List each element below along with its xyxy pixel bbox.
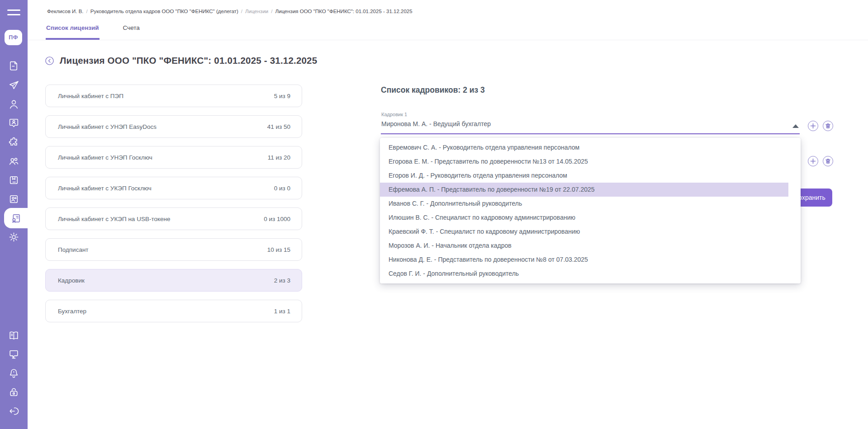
license-count: 41 из 50	[267, 123, 290, 130]
breadcrumb-item: /	[241, 9, 242, 14]
license-label: Личный кабинет с УНЭП Госключ	[58, 154, 152, 161]
send-icon[interactable]	[8, 80, 19, 91]
chevron-up-icon[interactable]	[792, 124, 799, 128]
license-count: 0 из 0	[274, 185, 290, 192]
delete-kadrovik-button[interactable]	[823, 121, 833, 131]
license-card[interactable]: Кадровик 2 из 3	[45, 269, 302, 292]
add-kadrovik-button[interactable]	[808, 121, 818, 131]
profile-icon[interactable]	[8, 99, 19, 110]
license-count: 5 из 9	[274, 93, 290, 99]
kadroviks-header: Список кадровиков: 2 из 3	[381, 85, 485, 95]
license-count: 10 из 15	[267, 246, 290, 253]
notifications-icon[interactable]	[8, 368, 19, 379]
license-label: Личный кабинет с УКЭП Госключ	[58, 185, 152, 192]
dropdown-option[interactable]: Евремович С. А. - Руководитель отдела уп…	[380, 141, 788, 155]
breadcrumb-item[interactable]: Лицензия ООО "ПКО "ФЕНИКС": 01.01.2025 -…	[275, 9, 412, 14]
tab[interactable]: Счета	[123, 21, 140, 40]
breadcrumb-item: /	[271, 9, 272, 14]
dropdown-option[interactable]: Иванов С. Г. - Дополнительный руководите…	[380, 197, 788, 211]
integrations-icon[interactable]	[8, 137, 19, 148]
license-card[interactable]: Личный кабинет с ПЭП 5 из 9	[45, 85, 302, 107]
license-label: Личный кабинет с УКЭП на USB-токене	[58, 216, 170, 222]
tab[interactable]: Список лицензий	[46, 21, 100, 40]
tabbar-divider	[28, 40, 868, 40]
documents-icon[interactable]	[8, 60, 19, 71]
license-label: Личный кабинет с УНЭП EasyDocs	[58, 123, 157, 130]
license-list: Личный кабинет с ПЭП 5 из 9 Личный кабин…	[45, 85, 302, 330]
breadcrumb-item: /	[86, 9, 88, 14]
page-title: Лицензия ООО "ПКО "ФЕНИКС": 01.01.2025 -…	[60, 55, 317, 66]
app-logo[interactable]: ПФ	[5, 30, 22, 45]
license-card[interactable]: Личный кабинет с УКЭП Госключ 0 из 0	[45, 177, 302, 199]
security-icon[interactable]	[8, 387, 19, 398]
license-label: Подписант	[58, 246, 89, 253]
sidebar: ПФ	[0, 0, 28, 429]
license-card[interactable]: Личный кабинет с УНЭП EasyDocs 41 из 50	[45, 115, 302, 138]
menu-icon[interactable]	[7, 9, 20, 15]
dropdown-option[interactable]: Егорова Е. М. - Представитель по доверен…	[380, 155, 788, 169]
dropdown-option[interactable]: Никонова Д. Е. - Представитель по довере…	[380, 253, 788, 267]
add-user-icon[interactable]	[8, 193, 19, 205]
kadrovik-dropdown: Евремович С. А. - Руководитель отдела уп…	[380, 138, 801, 283]
dropdown-option[interactable]: Ефремова А. П. - Представитель по довере…	[380, 183, 788, 197]
dropdown-option[interactable]: Морозов А. И. - Начальник отдела кадров	[380, 239, 788, 253]
select-underline	[381, 133, 800, 134]
support-icon[interactable]	[8, 349, 19, 360]
breadcrumb-item[interactable]: Руководитель отдела кадров ООО "ПКО "ФЕН…	[90, 9, 238, 14]
license-label: Личный кабинет с ПЭП	[58, 93, 123, 99]
license-label: Кадровик	[58, 277, 85, 284]
license-count: 2 из 3	[274, 277, 290, 284]
knowledge-base-icon[interactable]	[8, 330, 19, 341]
back-button[interactable]	[45, 57, 54, 65]
dropdown-option[interactable]: Седов Г. И. - Дополнительный руководител…	[380, 267, 788, 281]
dropdown-option[interactable]: Илюшин В. С. - Специалист по кадровому а…	[380, 211, 788, 225]
app-window: ПФ	[0, 0, 868, 429]
license-count: 1 из 1	[274, 308, 290, 315]
license-card[interactable]: Личный кабинет с УКЭП на USB-токене 0 из…	[45, 207, 302, 230]
breadcrumb-item[interactable]: Феклисов И. В.	[47, 9, 84, 14]
license-count: 0 из 1000	[264, 216, 290, 222]
settings-icon[interactable]	[8, 231, 19, 243]
breadcrumb-item[interactable]: Лицензии	[245, 9, 268, 14]
logout-icon[interactable]	[8, 405, 19, 417]
breadcrumb: Феклисов И. В./Руководитель отдела кадро…	[47, 9, 413, 14]
licenses-icon[interactable]	[4, 208, 28, 228]
tab-bar: Список лицензийСчета	[46, 21, 140, 40]
team-icon[interactable]	[8, 156, 19, 167]
dropdown-option[interactable]: Егоров И. Д. - Руководитель отдела управ…	[380, 169, 788, 183]
kadrovik-select[interactable]: Миронова М. А. - Ведущий бухгалтер	[381, 120, 779, 127]
archive-icon[interactable]	[8, 174, 19, 186]
license-card[interactable]: Подписант 10 из 15	[45, 238, 302, 261]
employee-card-icon[interactable]	[8, 117, 19, 128]
add-kadrovik-button-2[interactable]	[808, 156, 818, 166]
dropdown-option[interactable]: Краевский Ф. Т. - Специалист по кадровом…	[380, 225, 788, 239]
license-card[interactable]: Бухгалтер 1 из 1	[45, 300, 302, 322]
license-card[interactable]: Личный кабинет с УНЭП Госключ 11 из 20	[45, 146, 302, 169]
delete-kadrovik-button-2[interactable]	[823, 156, 833, 166]
kadrovik-field-label: Кадровик 1	[381, 112, 407, 117]
license-label: Бухгалтер	[58, 308, 86, 315]
license-count: 11 из 20	[268, 154, 290, 161]
